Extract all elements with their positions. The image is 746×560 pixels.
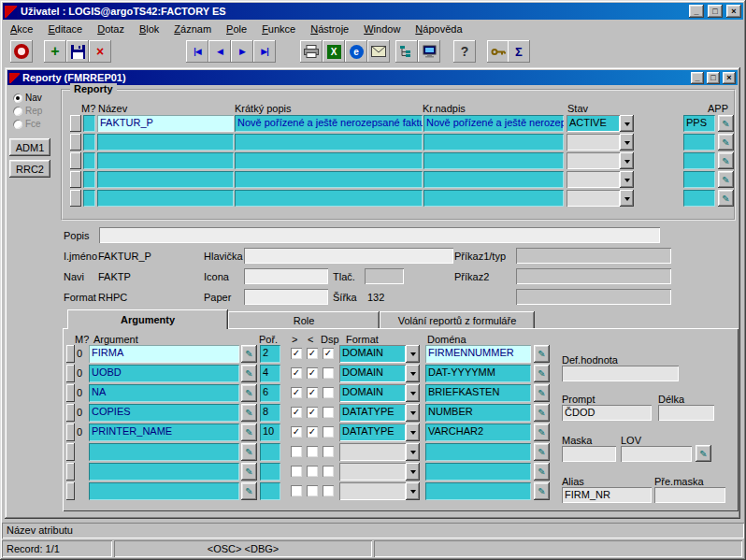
menu-item[interactable]: Akce [3,22,40,36]
dsp-checkbox[interactable] [323,407,334,418]
kratky-popis-cell[interactable] [235,134,423,151]
format-combobox[interactable]: DOMAIN [339,384,420,402]
app-cell[interactable] [683,171,715,188]
stav-combobox[interactable]: ACTIVE [567,115,634,132]
tab[interactable]: Argumenty [67,309,228,329]
nav-radio[interactable]: Fce [13,119,42,129]
domena-edit-button[interactable] [534,482,550,500]
tree-view-button[interactable] [395,40,418,63]
record-selector[interactable] [66,404,75,422]
record-selector[interactable] [70,134,81,151]
prikaz2-field[interactable] [516,268,671,284]
record-selector[interactable] [66,345,75,363]
paper-field[interactable] [244,289,328,305]
domena-edit-button[interactable] [534,365,550,382]
kratky-popis-cell[interactable] [235,152,423,169]
format-value[interactable]: DOMAIN [339,384,406,402]
lt-checkbox[interactable] [307,446,318,457]
screen-button[interactable] [418,40,440,63]
row-edit-button[interactable] [718,190,734,207]
gt-checkbox[interactable] [291,407,302,418]
por-cell[interactable] [260,443,280,461]
menu-item[interactable]: Dotaz [90,22,132,36]
record-selector[interactable] [70,115,81,132]
format-value[interactable]: DATATYPE [339,424,406,441]
nazev-cell[interactable] [97,134,234,151]
titlebar[interactable]: Uživatel : LOGIS@argoTS42:FACTORY ES _ □… [3,3,743,20]
format-combobox[interactable]: DATATYPE [339,424,420,441]
menu-item[interactable]: Window [356,22,408,36]
record-selector[interactable] [66,482,75,500]
dropdown-button[interactable] [620,115,634,132]
domena-edit-button[interactable] [534,463,550,481]
totals-button[interactable]: Σ [508,40,530,63]
delete-record-button[interactable]: × [89,40,111,63]
row-edit-button[interactable] [718,152,734,169]
dropdown-button[interactable] [620,171,634,188]
save-button[interactable] [66,40,89,63]
stav-value[interactable]: ACTIVE [567,115,620,132]
web-button[interactable]: e [345,40,367,63]
dsp-checkbox[interactable] [323,466,334,477]
icona-field[interactable] [244,268,328,284]
domena-cell[interactable]: NUMBER [425,404,531,422]
stav-combobox[interactable] [567,152,634,169]
domena-cell[interactable] [425,482,531,500]
prompt-field[interactable]: ČDOD [562,405,652,421]
kr-nadpis-cell[interactable]: Nově pořízené a ještě nerozepsané f [423,115,564,132]
nav-radio[interactable]: Nav [13,93,42,103]
minimize-button[interactable]: _ [689,5,704,18]
format-combobox[interactable]: DATATYPE [339,404,420,422]
dsp-checkbox[interactable] [323,387,334,398]
lov-edit-button[interactable] [696,445,711,462]
gt-checkbox[interactable] [291,367,302,379]
domena-edit-button[interactable] [534,384,550,402]
mail-button[interactable] [367,40,390,63]
menu-item[interactable]: Funkce [254,22,303,36]
row-edit-button[interactable] [718,134,734,151]
domena-edit-button[interactable] [534,443,550,461]
domena-cell[interactable] [425,443,531,461]
argument-cell[interactable] [89,482,239,500]
argument-edit-button[interactable] [241,404,257,422]
export-excel-button[interactable]: X [323,40,345,63]
i-jmeno-value[interactable]: FAKTUR_P [98,251,151,262]
argument-edit-button[interactable] [241,463,257,481]
record-selector[interactable] [70,171,81,188]
por-cell[interactable]: 2 [260,345,280,363]
lt-checkbox[interactable] [307,466,318,477]
format-value[interactable]: DOMAIN [339,365,406,382]
dsp-checkbox[interactable] [323,446,334,457]
kratky-popis-cell[interactable] [235,190,423,207]
domena-cell[interactable]: VARCHAR2 [425,424,531,441]
argument-edit-button[interactable] [241,443,257,461]
dropdown-button[interactable] [406,424,420,441]
argument-edit-button[interactable] [241,384,257,402]
menu-item[interactable]: Nástroje [303,22,356,36]
hlavicka-field[interactable] [244,248,453,264]
stav-combobox[interactable] [567,134,634,151]
gt-checkbox[interactable] [291,446,302,457]
dropdown-button[interactable] [406,345,420,363]
adm1-button[interactable]: ADM1 [9,138,50,156]
dsp-checkbox[interactable] [323,426,334,438]
child-close-button[interactable]: × [723,72,736,84]
lt-checkbox[interactable] [307,485,318,496]
kratky-popis-cell[interactable] [235,171,423,188]
dsp-checkbox[interactable] [323,348,334,359]
record-selector[interactable] [70,190,81,207]
stav-value[interactable] [567,171,620,188]
dropdown-button[interactable] [406,482,420,500]
lt-checkbox[interactable] [307,387,318,398]
nazev-cell[interactable] [97,152,234,169]
first-record-button[interactable]: |◀ [186,40,208,63]
por-cell[interactable] [260,482,280,500]
argument-cell[interactable]: PRINTER_NAME [89,424,239,441]
menu-item[interactable]: Editace [40,22,90,36]
kr-nadpis-cell[interactable] [423,134,564,151]
argument-edit-button[interactable] [241,482,257,500]
dsp-checkbox[interactable] [323,367,334,379]
insert-record-button[interactable]: + [44,40,66,63]
por-cell[interactable]: 10 [260,424,280,441]
kr-nadpis-cell[interactable] [423,152,564,169]
